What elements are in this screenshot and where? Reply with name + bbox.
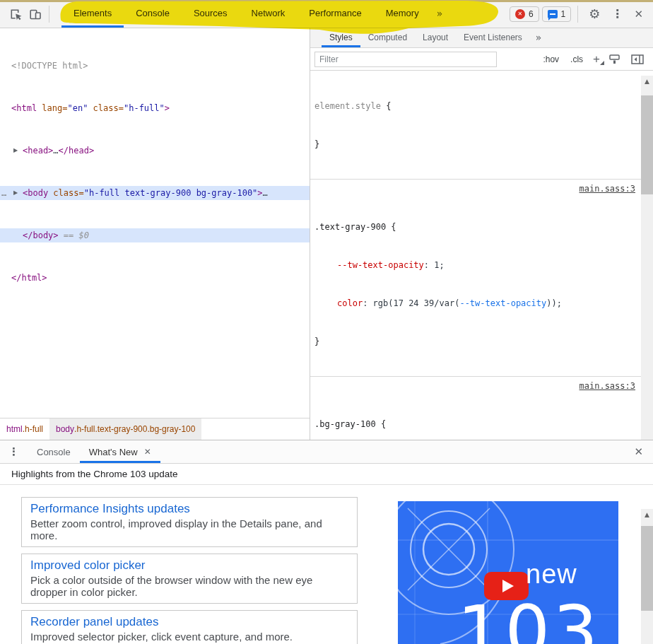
lang-value: "en" <box>67 103 88 113</box>
scroll-up-icon[interactable]: ▲ <box>641 76 653 87</box>
body-close-tag: </body> <box>23 230 59 240</box>
breadcrumb-html[interactable]: html.h-full <box>0 418 49 440</box>
tab-computed[interactable]: Computed <box>360 28 415 47</box>
styles-filter-input[interactable] <box>314 52 497 67</box>
tab-event-listeners[interactable]: Event Listeners <box>456 28 530 47</box>
tab-memory[interactable]: Memory <box>374 0 431 28</box>
drawer-tab-bar: ⋮ Console What's New✕ ✕ <box>0 440 653 464</box>
card-description: Improved selector picker, click event ca… <box>30 631 348 643</box>
new-style-rule-button[interactable]: + <box>593 52 600 66</box>
close-drawer-icon[interactable]: ✕ <box>624 440 653 463</box>
crumb-classes: .h-full <box>23 424 43 434</box>
dom-row-doctype[interactable]: <!DOCTYPE html> <box>0 59 310 73</box>
dom-tree: <!DOCTYPE html> <html lang="en" class="h… <box>0 28 310 313</box>
toolbar-separator <box>49 6 49 23</box>
expand-arrow-icon[interactable]: ▶ <box>13 144 18 158</box>
card-title-link[interactable]: Recorder panel updates <box>30 615 348 629</box>
settings-gear-icon[interactable]: ⚙ <box>584 6 604 21</box>
breadcrumb-body[interactable]: body.h-full.text-gray-900.bg-gray-100 <box>49 418 201 440</box>
styles-scrollbar[interactable]: ▲ ▼ <box>641 76 653 468</box>
class-attr: class= <box>88 103 124 113</box>
drawer-tab-label: What's New <box>89 447 138 457</box>
close-devtools-icon[interactable]: ✕ <box>630 8 647 21</box>
dom-row-body-selected[interactable]: …▶<body class="h-full text-gray-900 bg-g… <box>0 186 310 200</box>
crumb-classes: .h-full.text-gray-900.bg-gray-100 <box>74 424 195 434</box>
video-thumbnail[interactable]: new 103 <box>398 501 618 644</box>
breadcrumb: html.h-full body.h-full.text-gray-900.bg… <box>0 418 310 440</box>
css-rule-bg-gray-100[interactable]: main.sass:3 .bg-gray-100 { --tw-bg-opaci… <box>310 377 641 440</box>
brace: } <box>314 336 319 346</box>
styles-filter-bar: :hov .cls + <box>310 48 653 71</box>
scroll-up-icon[interactable]: ▲ <box>641 509 653 520</box>
card-color-picker: Improved color picker Pick a color outsi… <box>21 554 358 604</box>
toolbar-separator <box>577 6 578 23</box>
css-value: : rgb(17 24 39/var( <box>363 298 459 308</box>
drawer-tab-console[interactable]: Console <box>28 440 80 463</box>
class-value: "h-full" <box>124 103 165 113</box>
crumb-tag: html <box>6 424 23 434</box>
whats-new-content: Performance Insights updates Better zoom… <box>0 485 653 644</box>
issues-badge[interactable]: 1 <box>542 6 572 22</box>
close-tab-icon[interactable]: ✕ <box>144 447 151 457</box>
html-tag: <html <box>11 103 37 113</box>
tab-network[interactable]: Network <box>240 0 298 28</box>
error-count: 6 <box>529 9 534 19</box>
card-title-link[interactable]: Performance Insights updates <box>30 502 348 516</box>
dom-row-body-close[interactable]: </body> == $0 <box>0 228 310 242</box>
tab-performance[interactable]: Performance <box>297 0 373 28</box>
source-link[interactable]: main.sass:3 <box>580 182 635 195</box>
more-tabs-icon[interactable]: » <box>431 0 449 28</box>
card-description: Pick a color outside of the browser wind… <box>30 574 348 598</box>
issues-count: 1 <box>561 9 566 19</box>
tab-styles[interactable]: Styles <box>322 28 360 47</box>
rule-selector: .text-gray-900 { <box>314 222 396 232</box>
gt: > <box>257 188 262 198</box>
message-icon <box>548 10 558 18</box>
head-ellipsis: … <box>53 146 58 156</box>
sidebar-tabs: Styles Computed Layout Event Listeners » <box>310 28 653 48</box>
drawer-menu-icon[interactable]: ⋮ <box>0 440 28 463</box>
whats-new-heading: Highlights from the Chrome 103 update <box>0 464 653 485</box>
html-close-tag: </html> <box>11 273 47 283</box>
row-options-dots-icon[interactable]: … <box>1 186 7 200</box>
drawer-scrollbar[interactable]: ▲ ▼ <box>641 509 653 644</box>
source-link[interactable]: main.sass:3 <box>580 380 635 392</box>
dom-row-html-open[interactable]: <html lang="en" class="h-full"> <box>0 101 310 115</box>
elements-panel: <!DOCTYPE html> <html lang="en" class="h… <box>0 28 310 440</box>
rendering-emulation-icon[interactable] <box>609 54 621 64</box>
error-icon: ✕ <box>515 9 525 19</box>
tab-console[interactable]: Console <box>124 0 182 28</box>
head-open: <head> <box>23 146 53 156</box>
rule-selector: .bg-gray-100 { <box>314 419 386 429</box>
toggle-element-classes-button[interactable]: .cls <box>570 54 583 64</box>
kebab-menu-icon[interactable]: ⋮ <box>607 7 627 21</box>
css-rule-text-gray-900[interactable]: main.sass:3 .text-gray-900 { --tw-text-o… <box>310 180 641 377</box>
gt: > <box>165 103 170 113</box>
css-var-link[interactable]: --tw-text-opacity <box>459 298 546 308</box>
css-rule-element-style[interactable]: element.style { } <box>310 71 641 180</box>
more-tabs-icon[interactable]: » <box>530 28 548 47</box>
inspect-element-icon[interactable] <box>6 4 25 24</box>
dom-row-html-close[interactable]: </html> <box>0 271 310 285</box>
styles-rules-list: element.style { } main.sass:3 .text-gray… <box>310 71 641 440</box>
scrollbar-thumb[interactable] <box>641 526 653 611</box>
devtools-window: Elements Console Sources Network Perform… <box>0 0 653 644</box>
error-badge[interactable]: ✕ 6 <box>510 6 539 22</box>
scrollbar-thumb[interactable] <box>641 95 653 194</box>
card-performance-insights: Performance Insights updates Better zoom… <box>21 497 358 547</box>
tab-layout[interactable]: Layout <box>415 28 456 47</box>
drawer-tab-whats-new[interactable]: What's New✕ <box>80 440 160 463</box>
body-ellipsis: … <box>263 188 268 198</box>
show-computed-sidebar-icon[interactable] <box>631 54 644 64</box>
dom-row-head[interactable]: ▶<head>…</head> <box>0 144 310 158</box>
head-close: </head> <box>59 146 95 156</box>
tab-sources[interactable]: Sources <box>182 0 240 28</box>
device-toolbar-icon[interactable] <box>25 4 45 24</box>
lang-attr: lang= <box>37 103 67 113</box>
expand-arrow-icon[interactable]: ▶ <box>13 186 18 200</box>
whats-new-cards: Performance Insights updates Better zoom… <box>21 497 358 644</box>
css-value: : 1; <box>424 260 445 270</box>
tab-elements[interactable]: Elements <box>61 0 124 28</box>
card-title-link[interactable]: Improved color picker <box>30 558 348 573</box>
toggle-hover-state-button[interactable]: :hov <box>543 54 559 64</box>
